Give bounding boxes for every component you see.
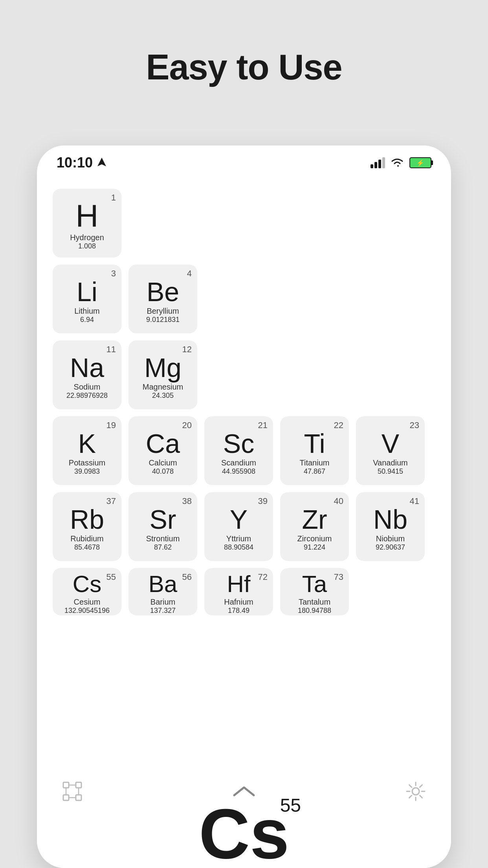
element-Ti-number: 22	[334, 420, 343, 430]
element-Sr-weight: 87.62	[154, 543, 172, 552]
element-K-name: Potassium	[69, 458, 105, 467]
element-Ti[interactable]: 22 Ti Titanium 47.867	[280, 416, 349, 485]
element-Mg-symbol: Mg	[144, 354, 181, 381]
element-Nb-name: Niobium	[376, 534, 405, 543]
element-Be-name: Beryllium	[147, 307, 179, 316]
battery-icon: ⚡	[409, 157, 431, 168]
periodic-table: 1 H Hydrogen 1.008 3 Li Lithium 6.94	[37, 177, 451, 623]
svg-rect-1	[76, 782, 81, 788]
element-Ta-name: Tantalum	[299, 598, 330, 607]
battery-nub	[431, 160, 433, 165]
signal-bar-3	[378, 160, 381, 168]
element-Ca-weight: 40.078	[152, 467, 174, 476]
svg-rect-3	[76, 795, 81, 800]
status-bar: 10:10	[37, 145, 451, 177]
ar-icon	[62, 781, 83, 802]
ar-icon-button[interactable]	[61, 780, 84, 803]
element-Ca-number: 20	[182, 420, 192, 430]
element-row-6: 55 Cs Cesium 132.90545196 56 Ba Barium 1…	[53, 568, 435, 615]
element-Rb-symbol: Rb	[70, 506, 104, 533]
element-K[interactable]: 19 K Potassium 39.0983	[53, 416, 121, 485]
element-row-4: 19 K Potassium 39.0983 20 Ca Calcium 40.…	[53, 416, 435, 485]
element-Mg-weight: 24.305	[152, 392, 174, 400]
element-Hf[interactable]: 72 Hf Hafnium 178.49	[204, 568, 273, 615]
element-Ba-weight: 137.327	[150, 607, 176, 615]
element-V-symbol: V	[382, 430, 399, 457]
element-Sr[interactable]: 38 Sr Strontium 87.62	[128, 492, 197, 561]
element-Zr-symbol: Zr	[302, 506, 327, 533]
element-Ba[interactable]: 56 Ba Barium 137.327	[128, 568, 197, 615]
element-Ti-symbol: Ti	[304, 430, 325, 457]
element-Sc-name: Scandium	[221, 458, 256, 467]
element-Nb[interactable]: 41 Nb Niobium 92.90637	[356, 492, 425, 561]
element-Zr[interactable]: 40 Zr Zirconium 91.224	[280, 492, 349, 561]
element-Ca[interactable]: 20 Ca Calcium 40.078	[128, 416, 197, 485]
element-Li[interactable]: 3 Li Lithium 6.94	[53, 265, 121, 333]
element-Y-number: 39	[258, 496, 268, 506]
element-Sc-weight: 44.955908	[222, 467, 255, 476]
element-Sc-number: 21	[258, 420, 268, 430]
element-Rb-weight: 85.4678	[74, 543, 100, 552]
element-Li-name: Lithium	[74, 307, 99, 316]
element-H-name: Hydrogen	[70, 233, 104, 242]
element-Rb[interactable]: 37 Rb Rubidium 85.4678	[53, 492, 121, 561]
element-Nb-symbol: Nb	[373, 506, 407, 533]
element-Cs-number: 55	[106, 572, 116, 582]
element-Sc[interactable]: 21 Sc Scandium 44.955908	[204, 416, 273, 485]
element-V[interactable]: 23 V Vanadium 50.9415	[356, 416, 425, 485]
element-V-name: Vanadium	[373, 458, 408, 467]
element-Zr-number: 40	[334, 496, 343, 506]
element-Sr-symbol: Sr	[150, 506, 176, 533]
location-icon	[97, 158, 106, 168]
element-Na[interactable]: 11 Na Sodium 22.98976928	[53, 340, 121, 409]
wifi-icon	[391, 157, 404, 168]
element-row-1: 1 H Hydrogen 1.008	[53, 189, 435, 257]
settings-button[interactable]	[404, 780, 427, 803]
element-Ti-weight: 47.867	[304, 467, 325, 476]
element-Y-symbol: Y	[230, 506, 248, 533]
element-Hf-name: Hafnium	[224, 598, 253, 607]
element-Nb-weight: 92.90637	[376, 543, 405, 552]
element-Cs[interactable]: 55 Cs Cesium 132.90545196	[53, 568, 121, 615]
element-H[interactable]: 1 H Hydrogen 1.008	[53, 189, 121, 257]
element-Ba-name: Barium	[150, 598, 175, 607]
element-Mg-number: 12	[182, 344, 192, 355]
element-Be-weight: 9.0121831	[146, 316, 180, 324]
element-Be-symbol: Be	[147, 278, 179, 305]
element-Ta-weight: 180.94788	[298, 607, 331, 615]
element-Cs-symbol: Cs	[73, 572, 101, 596]
element-V-weight: 50.9415	[378, 467, 403, 476]
element-Li-number: 3	[111, 268, 116, 279]
element-Y-weight: 88.90584	[224, 543, 253, 552]
element-Ta[interactable]: 73 Ta Tantalum 180.94788	[280, 568, 349, 615]
svg-rect-2	[63, 795, 69, 800]
element-Be[interactable]: 4 Be Beryllium 9.0121831	[128, 265, 197, 333]
bottom-element-symbol: Cs	[199, 798, 289, 868]
element-Ta-number: 73	[334, 572, 343, 582]
element-Li-symbol: Li	[77, 278, 97, 305]
element-Ti-name: Titanium	[300, 458, 330, 467]
element-Ba-number: 56	[182, 572, 192, 582]
element-H-number: 1	[111, 193, 116, 203]
battery-bolt-icon: ⚡	[416, 159, 424, 167]
element-K-weight: 39.0983	[74, 467, 100, 476]
element-Y[interactable]: 39 Y Yttrium 88.90584	[204, 492, 273, 561]
element-Na-symbol: Na	[70, 354, 104, 381]
element-Mg[interactable]: 12 Mg Magnesium 24.305	[128, 340, 197, 409]
elements-grid: 1 H Hydrogen 1.008 3 Li Lithium 6.94	[53, 189, 435, 615]
phone-frame: 10:10	[37, 145, 451, 868]
element-Be-number: 4	[187, 268, 192, 279]
element-Hf-weight: 178.49	[228, 607, 250, 615]
element-Cs-name: Cesium	[74, 598, 101, 607]
status-icons: ⚡	[371, 157, 431, 168]
page-background: Easy to Use 10:10	[0, 0, 488, 111]
element-row-3: 11 Na Sodium 22.98976928 12 Mg Magnesium…	[53, 340, 435, 409]
svg-rect-0	[63, 782, 69, 788]
element-Na-number: 11	[106, 344, 116, 355]
element-Li-weight: 6.94	[80, 316, 94, 324]
element-Ca-name: Calcium	[149, 458, 177, 467]
element-Rb-name: Rubidium	[70, 534, 103, 543]
element-Mg-name: Magnesium	[143, 383, 183, 392]
element-row-2: 3 Li Lithium 6.94 4 Be Beryllium 9.01218…	[53, 265, 435, 333]
element-Hf-symbol: Hf	[227, 572, 251, 596]
